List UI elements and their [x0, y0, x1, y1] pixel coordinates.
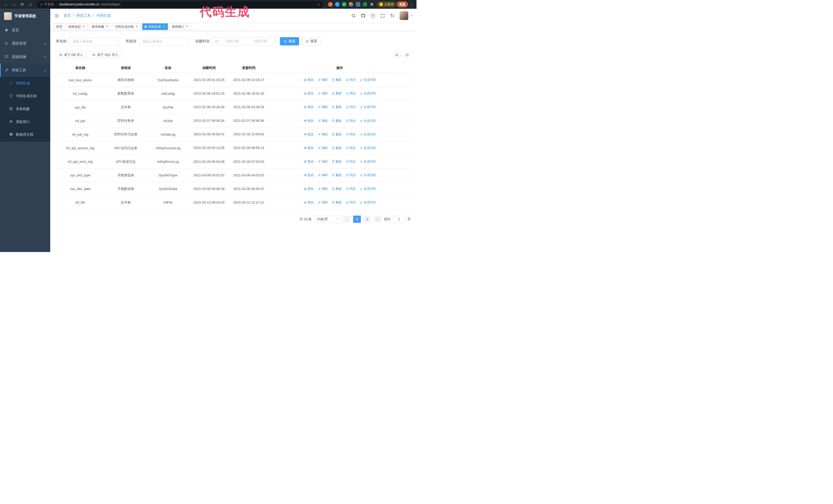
page-button-1[interactable]: 1: [353, 216, 361, 223]
edit-link[interactable]: 编辑: [317, 105, 328, 109]
generate-code-link[interactable]: 生成代码: [360, 173, 376, 177]
sidebar-item-codegen[interactable]: 代码生成: [0, 77, 50, 90]
sidebar-item-infra[interactable]: 基础设施 ▾: [0, 50, 50, 64]
end-date-placeholder[interactable]: 结束日期: [248, 39, 272, 44]
tab[interactable]: 首页 ×: [54, 23, 65, 30]
tab[interactable]: 系统接口 ×: [169, 23, 191, 30]
sync-link[interactable]: 同步: [346, 187, 356, 191]
preview-link[interactable]: 预览: [304, 119, 314, 123]
browser-menu-icon[interactable]: ⋮: [408, 2, 414, 7]
user-avatar[interactable]: [400, 11, 408, 20]
preview-link[interactable]: 预览: [304, 91, 314, 96]
profile-paused-badge[interactable]: 已暂停: [377, 1, 396, 7]
edit-link[interactable]: 编辑: [317, 146, 328, 150]
generate-code-link[interactable]: 生成代码: [360, 91, 376, 96]
sync-link[interactable]: 同步: [346, 146, 356, 150]
generate-code-link[interactable]: 生成代码: [360, 105, 376, 109]
browser-back-icon[interactable]: ←: [2, 1, 10, 8]
import-db-button[interactable]: 基于 DB 导入: [56, 51, 86, 59]
start-date-placeholder[interactable]: 开始日期: [220, 39, 244, 44]
edit-link[interactable]: 编辑: [317, 119, 328, 123]
tab[interactable]: 代码生成示例 ×: [113, 23, 141, 30]
tab[interactable]: 代码生成 ×: [142, 23, 168, 30]
sidebar-item-api[interactable]: 系统接口: [0, 115, 50, 128]
reset-button[interactable]: 重置: [302, 37, 321, 45]
browser-home-icon[interactable]: ⌂: [27, 1, 34, 8]
preview-link[interactable]: 预览: [304, 105, 314, 109]
delete-link[interactable]: 删除: [332, 91, 342, 96]
date-range-picker[interactable]: 开始日期 - 结束日期: [212, 37, 275, 45]
edit-link[interactable]: 编辑: [317, 160, 328, 164]
breadcrumb-home[interactable]: 首页: [64, 13, 76, 18]
preview-link[interactable]: 预览: [304, 187, 314, 191]
edit-link[interactable]: 编辑: [317, 91, 328, 96]
breadcrumb-devtools[interactable]: 研发工具: [76, 13, 96, 18]
delete-link[interactable]: 删除: [332, 173, 342, 177]
sync-link[interactable]: 同步: [346, 105, 356, 109]
refresh-icon[interactable]: [403, 51, 411, 59]
sync-link[interactable]: 同步: [346, 91, 356, 96]
delete-link[interactable]: 删除: [332, 78, 342, 82]
generate-code-link[interactable]: 生成代码: [360, 146, 376, 150]
extension-fox-icon[interactable]: [328, 2, 333, 7]
browser-reload-icon[interactable]: ⟳: [19, 1, 26, 8]
extension-check-icon[interactable]: ✓: [342, 2, 347, 7]
preview-link[interactable]: 预览: [304, 173, 314, 177]
sync-link[interactable]: 同步: [346, 173, 356, 177]
edit-link[interactable]: 编辑: [317, 187, 328, 191]
bookmark-star-icon[interactable]: ☆: [317, 2, 320, 6]
preview-link[interactable]: 预览: [304, 160, 314, 164]
github-icon[interactable]: [361, 13, 365, 18]
delete-link[interactable]: 删除: [332, 187, 342, 191]
close-icon[interactable]: ×: [135, 25, 138, 28]
sidebar-item-system[interactable]: 系统管理 ▾: [0, 37, 50, 50]
generate-code-link[interactable]: 生成代码: [360, 200, 376, 205]
preview-link[interactable]: 预览: [304, 78, 314, 82]
import-sql-button[interactable]: 基于 SQL 导入: [89, 51, 121, 59]
edit-link[interactable]: 编辑: [317, 173, 328, 177]
font-size-icon[interactable]: [390, 13, 395, 18]
extensions-puzzle-icon[interactable]: [370, 2, 374, 7]
page-size-select[interactable]: 10条/页 ▾: [314, 216, 340, 223]
delete-link[interactable]: 删除: [332, 200, 342, 205]
extension-people-icon[interactable]: [349, 2, 353, 7]
goto-page-input[interactable]: [393, 216, 405, 223]
tab[interactable]: 链路追踪 ×: [66, 23, 88, 30]
next-page-button[interactable]: ›: [374, 216, 381, 223]
preview-link[interactable]: 预览: [304, 132, 314, 137]
prev-page-button[interactable]: ‹: [343, 216, 351, 223]
browser-update-button[interactable]: 更新: [397, 1, 408, 7]
search-button[interactable]: 搜索: [280, 37, 299, 45]
security-warning-label[interactable]: 不安全: [44, 2, 54, 7]
app-logo[interactable]: 芋道管理系统: [0, 9, 50, 24]
sync-link[interactable]: 同步: [346, 160, 356, 164]
delete-link[interactable]: 删除: [332, 119, 342, 123]
extension-translate-icon[interactable]: [356, 2, 360, 7]
close-icon[interactable]: ×: [105, 25, 109, 28]
fullscreen-icon[interactable]: [380, 13, 385, 18]
extension-leaf-icon[interactable]: [363, 2, 367, 7]
sync-link[interactable]: 同步: [346, 132, 356, 137]
search-icon[interactable]: [351, 13, 356, 18]
avatar-caret-icon[interactable]: ▾: [411, 14, 412, 18]
page-button-2[interactable]: 2: [363, 216, 371, 223]
close-icon[interactable]: ×: [185, 25, 189, 28]
sync-link[interactable]: 同步: [346, 78, 356, 82]
sidebar-item-form-builder[interactable]: 表单构建: [0, 102, 50, 115]
close-icon[interactable]: ×: [82, 25, 86, 28]
sidebar-item-db-doc[interactable]: 数据库文档: [0, 128, 50, 141]
sync-link[interactable]: 同步: [346, 119, 356, 123]
sidebar-fold-icon[interactable]: [54, 13, 59, 18]
tab[interactable]: 表单构建 ×: [90, 23, 111, 30]
table-desc-input[interactable]: [139, 37, 189, 45]
sidebar-item-home[interactable]: 首页: [0, 24, 50, 37]
delete-link[interactable]: 删除: [332, 160, 342, 164]
generate-code-link[interactable]: 生成代码: [360, 78, 376, 82]
browser-forward-icon[interactable]: →: [10, 1, 18, 8]
sync-link[interactable]: 同步: [346, 200, 356, 205]
edit-link[interactable]: 编辑: [317, 78, 328, 82]
preview-link[interactable]: 预览: [304, 146, 314, 150]
sidebar-item-devtools[interactable]: 研发工具 ▴: [0, 64, 50, 77]
sidebar-item-codegen-example[interactable]: 代码生成示例: [0, 90, 50, 102]
delete-link[interactable]: 删除: [332, 132, 342, 137]
